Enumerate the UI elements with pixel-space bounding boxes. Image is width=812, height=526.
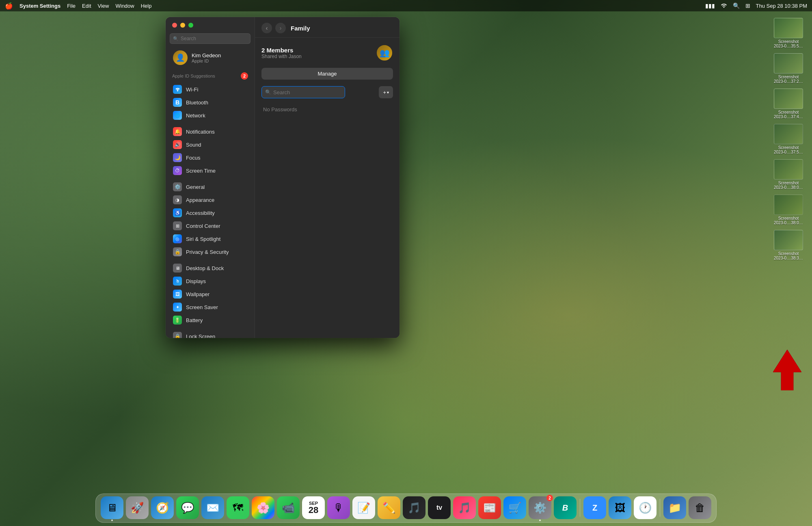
trash-icon: 🗑 [695,502,705,514]
dock-safari[interactable]: 🧭 [151,496,174,519]
maximize-button[interactable] [188,23,193,28]
dock-news[interactable]: 📰 [478,496,501,519]
dock-settings[interactable]: ⚙️ 2 [529,496,551,519]
family-info: 2 Members Shared with Jason [261,47,302,59]
sidebar-item-accessibility[interactable]: ♿ Accessibility [168,206,252,219]
appstore-icon: 🛒 [508,502,521,514]
sidebar-item-desktop[interactable]: 🖥 Desktop & Dock [168,262,252,275]
desktop-icon-1[interactable]: Screenshot2023-0....35:54 PM [772,16,805,50]
screenshot-thumb-4 [774,124,803,144]
dock-mail[interactable]: ✉️ [201,496,224,519]
dock-separator [580,499,580,517]
sidebar-item-appearance[interactable]: ◑ Appearance [168,193,252,206]
dock-facetime[interactable]: 📹 [277,496,300,519]
dock-music[interactable]: 🎵 [403,496,425,519]
window-controls [166,17,255,32]
dock-trash[interactable]: 🗑 [689,496,711,519]
wifi-icon[interactable] [721,2,727,9]
dock-zoom[interactable]: Z [583,496,606,519]
control-center-icon[interactable]: ⊞ [745,2,750,9]
desktop-icon-7[interactable]: Screenshot2023-0....38:35 PM [772,228,805,262]
lockscreen-icon: 🔒 [173,332,182,338]
dock-appstore[interactable]: 🛒 [503,496,526,519]
sidebar-item-screensaver[interactable]: ✦ Screen Saver [168,301,252,314]
sidebar-item-battery[interactable]: 🔋 Battery [168,314,252,327]
desktop-icon-label-1: Screenshot2023-0....35:54 PM [774,39,803,48]
desktop [0,0,812,526]
apple-menu-icon[interactable]: 🍎 [5,2,13,10]
dock-launchpad[interactable]: 🚀 [126,496,149,519]
content-search-wrapper: 🔍 [261,86,376,98]
menubar-edit[interactable]: Edit [82,3,91,9]
menubar-file[interactable]: File [67,3,76,9]
sidebar-item-displays[interactable]: 🖱 Displays [168,275,252,288]
user-name: Kim Gedeon [192,52,221,58]
menubar-window[interactable]: Window [115,3,134,9]
add-button[interactable]: + ▾ [379,86,393,98]
wallpaper-icon: 🖼 [173,290,182,299]
dock-photos[interactable]: 🌸 [252,496,274,519]
back-button[interactable]: ‹ [261,23,272,33]
menubar-view[interactable]: View [98,3,109,9]
screenshot-thumb-1 [774,18,803,38]
dock-maps[interactable]: 🗺 [227,496,249,519]
family-header: 2 Members Shared with Jason 👥 [261,44,393,61]
screenshot-thumb-7 [774,230,803,250]
dock-files[interactable]: 📁 [663,496,686,519]
menubar-help[interactable]: Help [141,3,152,9]
sidebar-item-network[interactable]: 🌐 Network [168,109,252,122]
desktop-icon-2[interactable]: Screenshot2023-0....37:22 PM [772,52,805,85]
sidebar-item-lockscreen[interactable]: 🔒 Lock Screen [168,330,252,338]
forward-button[interactable]: › [275,23,286,33]
user-profile[interactable]: 👤 Kim Gedeon Apple ID [168,47,252,68]
family-content: 2 Members Shared with Jason 👥 Manage 🔍 +… [255,38,400,338]
dock-bing[interactable]: B [554,496,577,519]
menubar-app-name[interactable]: System Settings [19,3,60,9]
accessibility-label: Accessibility [186,210,215,216]
dock-calendar[interactable]: SEP28 [302,496,325,519]
desktop-icon-6[interactable]: Screenshot2023-0....38:08 PM [772,193,805,227]
sidebar-item-privacy[interactable]: 🔒 Privacy & Security [168,245,252,258]
content-search-input[interactable] [261,86,345,98]
search-menubar-icon[interactable]: 🔍 [733,2,740,9]
manage-button[interactable]: Manage [261,68,393,80]
dock-podcasts[interactable]: 🎙 [327,496,350,519]
dock-messages[interactable]: 💬 [176,496,199,519]
sidebar-item-siri[interactable]: ◎ Siri & Spotlight [168,232,252,245]
suggestions-badge: 2 [241,72,248,80]
screentime-icon: ⏱ [173,166,182,175]
sidebar-item-sound[interactable]: 🔊 Sound [168,138,252,151]
screenshot-thumb-3 [774,89,803,109]
sidebar-item-screentime[interactable]: ⏱ Screen Time [168,164,252,177]
bluetooth-icon: B [173,98,182,107]
close-button[interactable] [172,23,177,28]
finder-icon: 🖥 [107,502,117,514]
sidebar-item-controlcenter[interactable]: ⊞ Control Center [168,219,252,232]
privacy-icon: 🔒 [173,247,182,256]
news-icon: 📰 [483,502,496,514]
dock-reminders[interactable]: 📝 [352,496,375,519]
sidebar-item-wallpaper[interactable]: 🖼 Wallpaper [168,288,252,301]
displays-icon: 🖱 [173,277,182,286]
suggestions-label: Apple ID Suggestions [172,74,215,78]
desktop-icon-4[interactable]: Screenshot2023-0....37:55 PM [772,122,805,156]
desktop-icon-3[interactable]: Screenshot2023-0....37:42 PM [772,87,805,121]
dock-appletv[interactable]: tv [428,496,451,519]
desktop-icon-label-7: Screenshot2023-0....38:35 PM [774,251,803,260]
dock-clock[interactable]: 🕐 [634,496,657,519]
sidebar-item-notifications[interactable]: 🔔 Notifications [168,125,252,138]
sidebar-item-wifi[interactable]: Wi-Fi [168,83,252,96]
dock-preview[interactable]: 🖼 [609,496,631,519]
safari-icon: 🧭 [156,502,169,514]
minimize-button[interactable] [180,23,185,28]
dock-finder[interactable]: 🖥 [101,496,123,519]
sidebar-item-bluetooth[interactable]: B Bluetooth [168,96,252,109]
sidebar-item-general[interactable]: ⚙️ General [168,180,252,193]
screensaver-icon: ✦ [173,303,182,312]
desktop-icon-5[interactable]: Screenshot2023-0....38:01 PM [772,158,805,191]
dock-freeform[interactable]: ✏️ [378,496,400,519]
sidebar-search-input[interactable] [170,33,251,44]
sidebar-item-focus[interactable]: 🌙 Focus [168,151,252,164]
dock-music2[interactable]: 🎵 [453,496,476,519]
settings-icon: ⚙️ [533,502,546,514]
